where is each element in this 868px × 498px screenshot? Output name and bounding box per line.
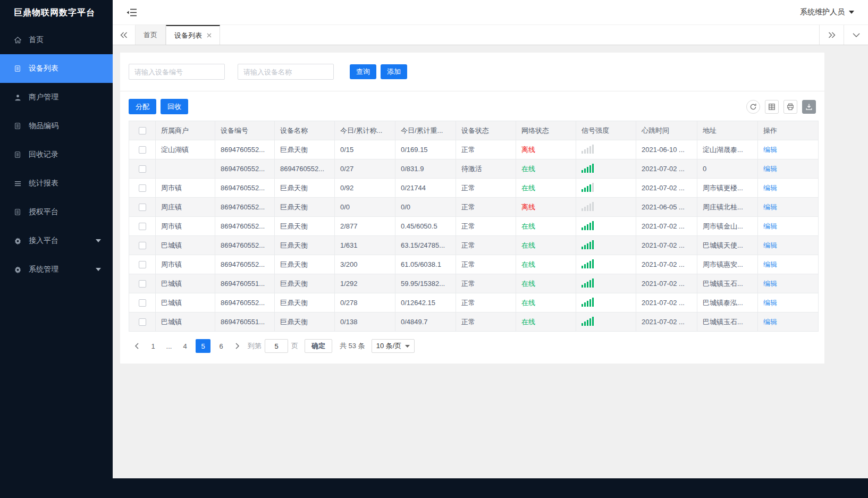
edit-link[interactable]: 编辑 (763, 299, 777, 307)
column-settings-button[interactable] (765, 100, 779, 114)
device-table: 所属商户设备编号设备名称今日/累计称...今日/累计重...设备状态网络状态信号… (129, 121, 819, 332)
export-button[interactable] (802, 100, 816, 114)
edit-link[interactable]: 编辑 (763, 165, 777, 173)
device-name-cell: 巨鼎天衡 (275, 179, 335, 198)
network-status-cell: 离线 (516, 198, 576, 217)
device-no-cell: 8694760551... (215, 274, 275, 293)
sidebar-item-label: 回收记录 (29, 150, 58, 159)
edit-link[interactable]: 编辑 (763, 184, 777, 192)
page-button-6[interactable]: 6 (214, 339, 229, 353)
heartbeat-cell: 2021-07-02 ... (636, 236, 697, 255)
device-status-cell: 正常 (456, 140, 516, 159)
device-status-cell: 正常 (456, 313, 516, 332)
device-name-cell: 巨鼎天衡 (275, 140, 335, 159)
select-all-header (129, 121, 156, 140)
goto-page-input[interactable] (265, 339, 288, 353)
sidebar-item-home[interactable]: 首页 (0, 26, 113, 54)
select-all-checkbox[interactable] (139, 127, 146, 134)
sidebar-item-access-platform[interactable]: 接入平台 (0, 226, 113, 255)
page-button-5[interactable]: 5 (196, 339, 210, 353)
query-button[interactable]: 查询 (350, 64, 376, 79)
signal-strength-icon (582, 182, 594, 192)
device-no-cell: 8694760552... (215, 140, 275, 159)
today-weight-cell: 61.05/6038.1 (395, 255, 456, 274)
refresh-button[interactable] (746, 100, 760, 114)
edit-link[interactable]: 编辑 (763, 318, 777, 326)
row-checkbox[interactable] (139, 204, 146, 211)
device-name-input[interactable] (238, 64, 334, 80)
goto-suffix-label: 页 (291, 341, 298, 351)
sidebar-item-device-list[interactable]: 设备列表 (0, 54, 113, 83)
heartbeat-cell: 2021-07-02 ... (636, 217, 697, 236)
sidebar-item-merchant-management[interactable]: 商户管理 (0, 83, 113, 112)
signal-cell (576, 236, 636, 255)
tabs-scroll-left-button[interactable] (113, 25, 135, 45)
row-checkbox[interactable] (139, 146, 146, 154)
signal-strength-icon (582, 259, 594, 268)
sidebar-item-recycle-records[interactable]: 回收记录 (0, 140, 113, 169)
search-bar: 查询 添加 (120, 53, 824, 91)
row-checkbox[interactable] (139, 184, 146, 192)
grid-icon (768, 103, 776, 111)
sidebar-item-authorization-platform[interactable]: 授权平台 (0, 198, 113, 226)
caret-down-icon (405, 345, 410, 348)
today-weight-cell: 59.95/15382... (395, 274, 456, 293)
chevron-down-icon (96, 239, 101, 242)
user-menu[interactable]: 系统维护人员 (800, 7, 854, 17)
page-button-1[interactable]: 1 (146, 339, 161, 353)
row-select-cell (129, 274, 156, 293)
address-cell: 巴城镇玉石... (697, 274, 758, 293)
chevron-left-icon (134, 343, 139, 349)
row-checkbox[interactable] (139, 280, 146, 288)
device-name-cell: 巨鼎天衡 (275, 274, 335, 293)
today-count-cell: 0/15 (335, 140, 395, 159)
address-cell: 巴城镇天使... (697, 236, 758, 255)
table-header-row: 所属商户设备编号设备名称今日/累计称...今日/累计重...设备状态网络状态信号… (129, 121, 819, 140)
sidebar-item-system-management[interactable]: 系统管理 (0, 255, 113, 284)
row-checkbox[interactable] (139, 223, 146, 230)
row-checkbox[interactable] (139, 261, 146, 268)
add-button[interactable]: 添加 (381, 64, 407, 79)
row-checkbox[interactable] (139, 242, 146, 249)
edit-link[interactable]: 编辑 (763, 260, 777, 268)
row-checkbox[interactable] (139, 318, 146, 326)
page-size-select[interactable]: 10 条/页 (372, 339, 415, 353)
merchant-cell (156, 159, 215, 179)
doc-icon (14, 151, 22, 158)
confirm-page-button[interactable]: 确定 (305, 339, 332, 353)
assign-button[interactable]: 分配 (129, 99, 156, 114)
next-page-button[interactable] (231, 339, 245, 353)
close-tab-icon[interactable] (207, 33, 212, 38)
network-status-cell: 在线 (516, 179, 576, 198)
device-no-cell: 8694760552... (215, 159, 275, 179)
tabs-menu-button[interactable] (844, 25, 868, 45)
chevrons-left-icon (120, 32, 128, 38)
edit-link[interactable]: 编辑 (763, 222, 777, 230)
edit-link[interactable]: 编辑 (763, 280, 777, 288)
action-cell: 编辑 (758, 255, 819, 274)
device-no-cell: 8694760552... (215, 217, 275, 236)
row-checkbox[interactable] (139, 165, 146, 173)
collapse-sidebar-icon[interactable] (127, 8, 137, 17)
signal-cell (576, 198, 636, 217)
sidebar-item-statistics-report[interactable]: 统计报表 (0, 169, 113, 198)
sidebar-item-label: 系统管理 (29, 265, 58, 274)
pagination: 1...456 到第 页 确定 共 53 条 10 条/页 (129, 332, 816, 355)
edit-link[interactable]: 编辑 (763, 241, 777, 249)
tab-device-list[interactable]: 设备列表 (166, 25, 220, 45)
device-no-cell: 8694760552... (215, 179, 275, 198)
row-checkbox[interactable] (139, 299, 146, 307)
table-row: 周市镇8694760552...巨鼎天衡3/20061.05/6038.1正常在… (129, 255, 819, 274)
sidebar-item-item-coding[interactable]: 物品编码 (0, 112, 113, 140)
prev-page-button[interactable] (130, 339, 144, 353)
print-button[interactable] (783, 100, 797, 114)
page-button-4[interactable]: 4 (178, 339, 192, 353)
tab-home[interactable]: 首页 (135, 25, 166, 45)
edit-link[interactable]: 编辑 (763, 203, 777, 211)
tabs-scroll-right-button[interactable] (819, 25, 844, 45)
heartbeat-cell: 2021-07-02 ... (636, 274, 697, 293)
recycle-button[interactable]: 回收 (161, 99, 188, 114)
device-no-input[interactable] (129, 64, 225, 80)
network-status-cell: 在线 (516, 255, 576, 274)
edit-link[interactable]: 编辑 (763, 146, 777, 154)
